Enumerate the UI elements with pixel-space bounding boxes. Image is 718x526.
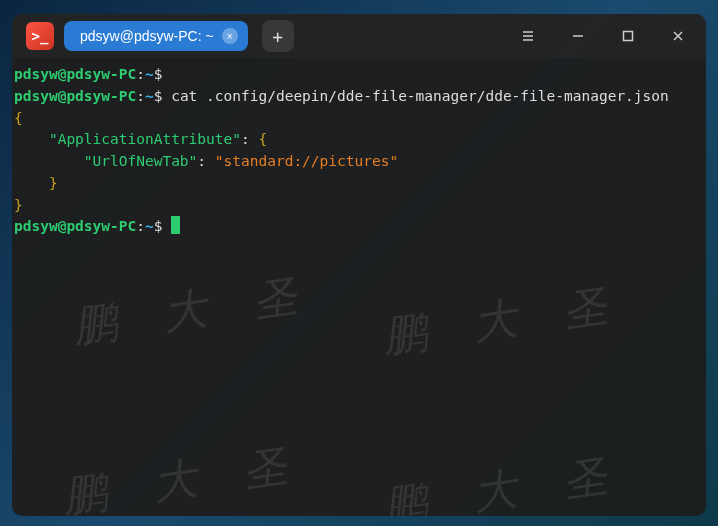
prompt-sep: : bbox=[136, 88, 145, 104]
prompt-line: pdsyw@pdsyw-PC:~$ cat .config/deepin/dde… bbox=[12, 86, 706, 108]
close-button[interactable] bbox=[658, 18, 698, 54]
json-brace: } bbox=[49, 175, 58, 191]
prompt-path: ~ bbox=[145, 88, 154, 104]
terminal-app-icon: >_ bbox=[26, 22, 54, 50]
tab-title: pdsyw@pdsyw-PC: ~ bbox=[80, 28, 214, 44]
command-arg: .config/deepin/dde-file-manager/dde-file… bbox=[206, 88, 669, 104]
prompt-line: pdsyw@pdsyw-PC:~$ bbox=[12, 216, 706, 238]
prompt-sep: : bbox=[136, 66, 145, 82]
terminal-body[interactable]: 鹏 大 圣 鹏 大 圣 鹏 大 圣 鹏 大 圣 pdsyw@pdsyw-PC:~… bbox=[12, 58, 706, 516]
prompt-path: ~ bbox=[145, 218, 154, 234]
output-line: } bbox=[12, 195, 706, 217]
watermark: 鹏 大 圣 bbox=[379, 271, 630, 370]
minimize-button[interactable] bbox=[558, 18, 598, 54]
tab-active[interactable]: pdsyw@pdsyw-PC: ~ × bbox=[64, 21, 248, 51]
maximize-button[interactable] bbox=[608, 18, 648, 54]
command-name: cat bbox=[171, 88, 206, 104]
watermark: 鹏 大 圣 bbox=[59, 431, 310, 516]
prompt-path: ~ bbox=[145, 66, 154, 82]
watermark: 鹏 大 圣 bbox=[379, 441, 630, 516]
window-controls bbox=[508, 18, 698, 54]
json-brace: } bbox=[14, 197, 23, 213]
menu-button[interactable] bbox=[508, 18, 548, 54]
json-key: "UrlOfNewTab" bbox=[84, 153, 198, 169]
output-line: "UrlOfNewTab": "standard://pictures" bbox=[12, 151, 706, 173]
maximize-icon bbox=[621, 29, 635, 43]
output-line: } bbox=[12, 173, 706, 195]
json-string: "standard://pictures" bbox=[215, 153, 398, 169]
cursor bbox=[171, 216, 180, 234]
hamburger-icon bbox=[521, 29, 535, 43]
watermark: 鹏 大 圣 bbox=[69, 261, 320, 360]
close-icon bbox=[671, 29, 685, 43]
prompt-line: pdsyw@pdsyw-PC:~$ bbox=[12, 64, 706, 86]
prompt-user: pdsyw@pdsyw-PC bbox=[14, 66, 136, 82]
tab-close-icon[interactable]: × bbox=[222, 28, 238, 44]
minimize-icon bbox=[571, 29, 585, 43]
json-brace: { bbox=[14, 110, 23, 126]
output-line: "ApplicationAttribute": { bbox=[12, 129, 706, 151]
json-key: "ApplicationAttribute" bbox=[49, 131, 241, 147]
prompt-symbol: $ bbox=[154, 66, 163, 82]
new-tab-button[interactable]: + bbox=[262, 20, 294, 52]
prompt-sep: : bbox=[136, 218, 145, 234]
json-brace: { bbox=[258, 131, 267, 147]
prompt-user: pdsyw@pdsyw-PC bbox=[14, 88, 136, 104]
titlebar: >_ pdsyw@pdsyw-PC: ~ × + bbox=[12, 14, 706, 58]
terminal-window: >_ pdsyw@pdsyw-PC: ~ × + 鹏 大 圣 鹏 大 圣 鹏 大… bbox=[12, 14, 706, 516]
prompt-user: pdsyw@pdsyw-PC bbox=[14, 218, 136, 234]
output-line: { bbox=[12, 108, 706, 130]
svg-rect-4 bbox=[624, 32, 633, 41]
